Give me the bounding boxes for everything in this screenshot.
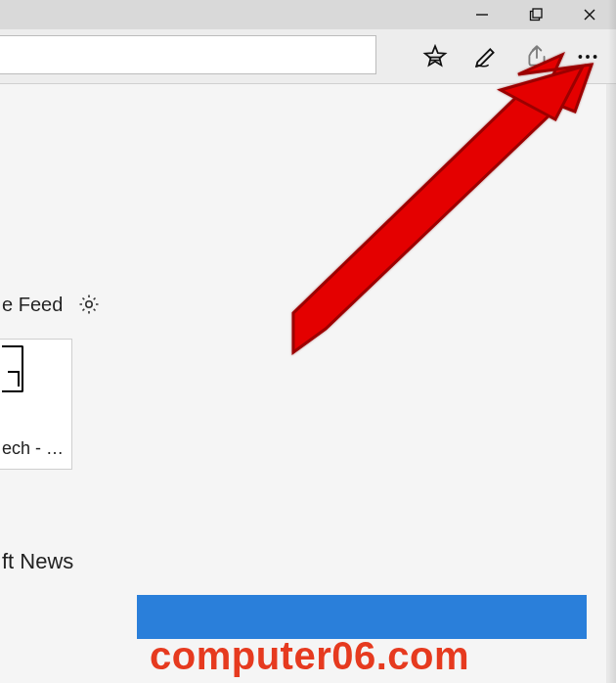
page-content: e Feed ech - … ft News bbox=[0, 84, 606, 683]
decorative-band bbox=[137, 595, 587, 639]
section-heading: ft News bbox=[0, 549, 73, 574]
more-icon[interactable] bbox=[573, 42, 602, 71]
browser-toolbar bbox=[0, 29, 616, 84]
svg-rect-2 bbox=[533, 9, 542, 18]
svg-point-11 bbox=[86, 301, 92, 307]
svg-point-8 bbox=[578, 55, 582, 59]
share-icon[interactable] bbox=[522, 42, 551, 71]
minimize-button[interactable] bbox=[455, 0, 508, 29]
toolbar-actions bbox=[420, 29, 612, 84]
svg-point-9 bbox=[586, 55, 590, 59]
favorites-icon[interactable] bbox=[420, 42, 450, 71]
window-titlebar bbox=[0, 0, 616, 29]
feed-toggle-row: e Feed bbox=[0, 292, 102, 317]
watermark-text: computer06.com bbox=[150, 634, 469, 678]
top-site-tile[interactable]: ech - … bbox=[0, 339, 72, 470]
feed-toggle-label[interactable]: e Feed bbox=[2, 294, 63, 316]
tile-label: ech - … bbox=[0, 438, 66, 469]
window-controls bbox=[455, 0, 616, 29]
gear-icon[interactable] bbox=[76, 292, 102, 317]
svg-point-10 bbox=[594, 55, 597, 59]
right-edge-shadow bbox=[608, 0, 616, 683]
maximize-button[interactable] bbox=[508, 0, 562, 29]
tile-icon bbox=[2, 345, 23, 392]
address-bar[interactable] bbox=[0, 35, 376, 74]
svg-marker-5 bbox=[425, 46, 446, 65]
notes-icon[interactable] bbox=[471, 42, 501, 71]
